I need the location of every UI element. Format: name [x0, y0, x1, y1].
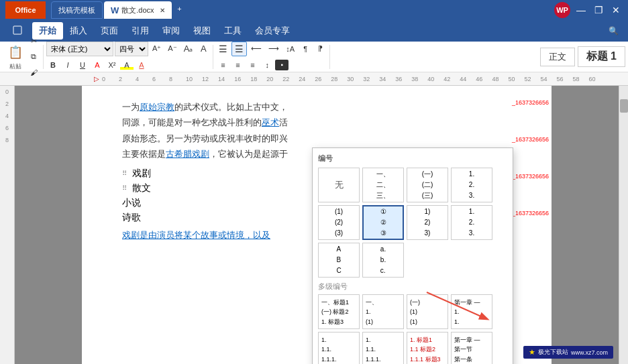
line-spacing-button[interactable]: ↕: [260, 58, 274, 72]
paragraph-mark-button[interactable]: ¶: [299, 42, 312, 56]
add-tab-button[interactable]: +: [173, 1, 187, 16]
clipboard-group: 📋 粘贴 ✂ ⧉ 🖌: [3, 45, 44, 69]
format-painter-button[interactable]: 🖌: [27, 65, 40, 80]
styles-group: 正文 标题 1: [540, 46, 625, 67]
multi-8[interactable]: 第一章 —第一节第一条: [451, 332, 492, 364]
font-name-select[interactable]: 宋体 (正文): [46, 42, 113, 56]
decrease-indent-button[interactable]: ⟵: [248, 42, 264, 56]
text-color-underline-button[interactable]: A: [135, 58, 148, 72]
numbering-circle[interactable]: ①②③: [362, 205, 404, 240]
menu-tools[interactable]: 工具: [217, 22, 248, 40]
numbering-paren-chinese[interactable]: (一)(二)(三): [407, 168, 448, 202]
increase-indent-button[interactable]: ⟶: [266, 42, 282, 56]
list-drama-text: 戏剧: [132, 168, 151, 180]
minimize-button[interactable]: —: [574, 3, 588, 17]
link-bottom[interactable]: 戏剧是由演员将某个故事或情境，以及: [122, 230, 270, 240]
office-logo: Office: [5, 1, 46, 19]
sort-button[interactable]: ↕A: [283, 42, 297, 56]
italic-button[interactable]: I: [61, 58, 74, 72]
numbering-lowercase-alpha[interactable]: a.b.c.: [362, 243, 404, 278]
multi-4[interactable]: 第一章 —1.1.: [451, 294, 492, 329]
tab-close-icon[interactable]: ✕: [160, 7, 165, 14]
multi-5[interactable]: 1.1.1.1.1.1.: [318, 332, 360, 364]
style-h1-button[interactable]: 标题 1: [578, 46, 625, 67]
multilevel-row-1: 一、标题1(一) 标题21. 标题3 一、1.(1) (一)(1)(1) 第一章…: [318, 294, 507, 329]
ruler-marks: 0246810121416182022242628303234363840424…: [102, 76, 595, 82]
clear-format-button[interactable]: Aₐ: [181, 42, 196, 56]
show-formatting-button[interactable]: ⁋: [313, 42, 327, 56]
menu-insert[interactable]: 插入: [63, 22, 94, 40]
paragraph-group: ☰ ☰ ⟵ ⟶ ↕A ¶ ⁋ ≡ ≡ ≡ ↕ ▪: [213, 45, 330, 69]
bold-button[interactable]: B: [46, 58, 60, 72]
numbering-button[interactable]: ☰: [231, 42, 247, 56]
stamp-1: _1637326656: [512, 99, 549, 106]
numbering-none[interactable]: 无: [318, 168, 360, 202]
numbering-row-2: (1)(2)(3) ①②③ 1)2)3) 1.2.3.: [318, 205, 507, 240]
bullets-button[interactable]: ☰: [216, 42, 230, 56]
link-witchcraft[interactable]: 巫术: [262, 117, 279, 127]
multi-2[interactable]: 一、1.(1): [362, 294, 404, 329]
paste-button[interactable]: 📋: [5, 42, 25, 62]
title-right-buttons: WP — ❐ ✕: [554, 2, 623, 18]
wp-logo: WP: [554, 2, 570, 18]
multilevel-title: 多级编号: [318, 282, 507, 292]
tabs-area: 找稿壳模板 W 散文.docx ✕ +: [51, 1, 187, 19]
menu-page[interactable]: 页面: [94, 22, 125, 40]
star-icon: ★: [529, 348, 535, 357]
close-button[interactable]: ✕: [609, 3, 623, 17]
numbering-arabic-paren[interactable]: 1)2)3): [407, 205, 448, 240]
para-3: 原始形态。另一为劳动或庆祝丰收时的即兴: [122, 131, 531, 146]
shading-button[interactable]: ▪: [275, 60, 289, 70]
tab-find-template[interactable]: 找稿壳模板: [51, 1, 103, 19]
multi-3[interactable]: (一)(1)(1): [407, 294, 448, 329]
logo-url: www.xz7.com: [571, 349, 608, 356]
underline-button[interactable]: U: [76, 58, 89, 72]
numbering-popup: 编号 无 一、二、三、 (一)(二)(三) 1.2.3. (1)(2)(3) ①…: [312, 147, 513, 364]
stamps-container: _1637326656 _1637326656 _1637326656 _163…: [512, 99, 549, 217]
numbering-uppercase-alpha[interactable]: ABC: [318, 243, 360, 278]
highlight-color-button[interactable]: A: [120, 58, 134, 72]
align-center-button[interactable]: ≡: [231, 58, 244, 72]
numbering-chinese-1[interactable]: 一、二、三、: [362, 168, 404, 202]
multi-7[interactable]: 1. 标题11.1 标题21.1.1 标题3: [407, 332, 448, 364]
menu-review[interactable]: 审阅: [156, 22, 187, 40]
menu-membership[interactable]: 会员专享: [248, 22, 297, 40]
link-greek-drama[interactable]: 古希腊戏剧: [166, 149, 209, 159]
main-area: 02468 一为原始宗教的武术仪式。比如上古中文， 同源，可能是对一种乞求战斗胜…: [0, 86, 628, 364]
ruler-content: ▷ 02468101214161820222426283032343638404…: [94, 75, 534, 82]
style-normal-button[interactable]: 正文: [540, 48, 575, 66]
numbering-arabic-1[interactable]: 1.2.3.: [451, 168, 492, 202]
toolbar: 📋 粘贴 ✂ ⧉ 🖌 宋体 (正文) 四号 A⁺ A⁻ Aₐ A: [0, 42, 628, 72]
search-icon[interactable]: 🔍: [604, 23, 623, 39]
restore-button[interactable]: ❐: [592, 3, 605, 17]
scrollbar-thumb[interactable]: [620, 99, 628, 113]
multi-1[interactable]: 一、标题1(一) 标题21. 标题3: [318, 294, 360, 329]
multi-6[interactable]: 1.1.1.1.1.1.: [362, 332, 404, 364]
font-grow-button[interactable]: A⁺: [150, 42, 164, 56]
title-bar-left: Office 找稿壳模板 W 散文.docx ✕ +: [5, 1, 187, 19]
menu-bar: 开始 插入 页面 引用 审阅 视图 工具 会员专享 🔍: [0, 20, 628, 42]
logo-corner: ★ 极光下载站 www.xz7.com: [523, 346, 613, 359]
font-size-select[interactable]: 四号: [115, 42, 148, 56]
numbering-arabic-dot[interactable]: 1.2.3.: [451, 205, 492, 240]
cut-button[interactable]: ✂: [27, 34, 40, 49]
menu-references[interactable]: 引用: [125, 22, 156, 40]
numbering-paren-arabic[interactable]: (1)(2)(3): [318, 205, 360, 240]
para-2: 同源，可能是对一种乞求战斗胜利的巫术活: [122, 115, 531, 130]
menu-file: [5, 22, 30, 40]
highlight-button[interactable]: A: [197, 42, 210, 56]
strikethrough-button[interactable]: X²: [105, 58, 119, 72]
numbering-row-1: 无 一、二、三、 (一)(二)(三) 1.2.3.: [318, 168, 507, 202]
right-scrollbar[interactable]: [619, 86, 628, 364]
popup-title: 编号: [318, 154, 507, 164]
link-primitive-religion[interactable]: 原始宗教: [140, 102, 174, 112]
font-shrink-button[interactable]: A⁻: [165, 42, 179, 56]
copy-button[interactable]: ⧉: [27, 50, 40, 64]
numbering-row-3: ABC a.b.c.: [318, 243, 507, 278]
align-right-button[interactable]: ≡: [246, 58, 259, 72]
list-handle-icon-2: ⠿: [122, 184, 127, 192]
font-color-button[interactable]: A: [91, 58, 104, 72]
align-left-button[interactable]: ≡: [216, 58, 229, 72]
menu-view[interactable]: 视图: [187, 22, 217, 40]
tab-document[interactable]: W 散文.docx ✕: [104, 1, 172, 19]
